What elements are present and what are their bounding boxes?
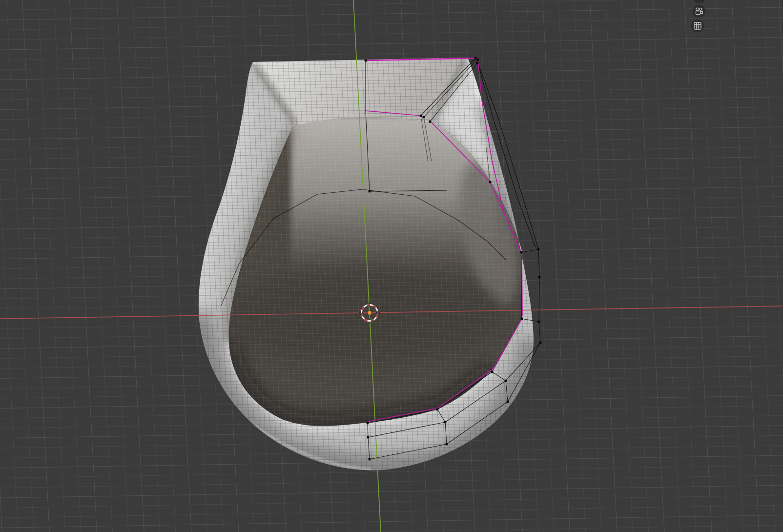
mesh-vertex[interactable] — [369, 458, 371, 461]
mesh-vertex[interactable] — [505, 380, 507, 382]
grid-icon — [693, 21, 702, 31]
mesh-vertex[interactable] — [369, 190, 371, 193]
viewport-scene[interactable] — [0, 0, 783, 532]
mesh-vertex[interactable] — [521, 318, 523, 320]
mesh-vertex[interactable] — [474, 57, 477, 60]
mesh-vertex[interactable] — [367, 422, 369, 425]
mesh-vertex[interactable] — [420, 115, 422, 117]
viewport-3d[interactable] — [0, 0, 783, 532]
mesh-vertex[interactable] — [507, 401, 509, 403]
mesh-vertex[interactable] — [537, 248, 540, 251]
mesh-vertex[interactable] — [520, 251, 523, 254]
mesh-vertex[interactable] — [429, 121, 432, 123]
mesh-vertex[interactable] — [446, 443, 448, 446]
mesh-vertex[interactable] — [423, 116, 425, 119]
mesh-vertex[interactable] — [477, 59, 479, 61]
mesh-vertex[interactable] — [444, 421, 447, 424]
mesh-vertex[interactable] — [476, 62, 479, 64]
mesh-vertex[interactable] — [491, 371, 494, 373]
mesh-vertex[interactable] — [538, 276, 541, 279]
mesh-vertex[interactable] — [367, 436, 370, 439]
camera-view-button[interactable] — [693, 5, 705, 18]
mesh-vertex[interactable] — [539, 342, 542, 344]
mesh-vertex[interactable] — [365, 60, 367, 62]
mesh-vertex[interactable] — [538, 321, 540, 323]
orthographic-view-button[interactable] — [691, 20, 704, 32]
mesh-vertex[interactable] — [489, 181, 492, 184]
mesh-vertex[interactable] — [436, 409, 439, 411]
camera-icon — [694, 6, 704, 16]
